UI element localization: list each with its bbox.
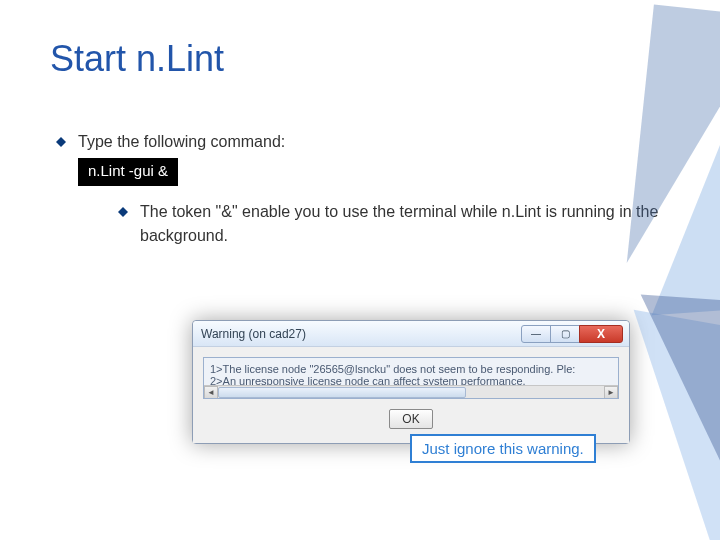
scroll-right-icon[interactable]: ► [604, 386, 618, 398]
scrollbar-thumb[interactable] [218, 387, 466, 398]
dialog-title: Warning (on cad27) [201, 327, 522, 341]
callout-box: Just ignore this warning. [410, 434, 596, 463]
window-buttons: — ▢ X [522, 325, 623, 343]
close-button[interactable]: X [579, 325, 623, 343]
ok-button[interactable]: OK [389, 409, 432, 429]
sub-bullet-text: The token "&" enable you to use the term… [140, 200, 670, 248]
diamond-bullet-icon [56, 132, 66, 142]
command-line: n.Lint -gui & [78, 158, 178, 186]
sub-bullet-item: The token "&" enable you to use the term… [118, 200, 670, 248]
dialog-line-1: 1>The license node "26565@lsncku" does n… [210, 363, 614, 375]
bullet-item: Type the following command: n.Lint -gui … [56, 130, 670, 186]
bullet-main-text: Type the following command: [78, 133, 285, 150]
diamond-bullet-icon [118, 202, 128, 212]
bullet-text-block: Type the following command: n.Lint -gui … [78, 130, 670, 186]
horizontal-scrollbar[interactable]: ◄ ► [204, 385, 618, 398]
dialog-titlebar: Warning (on cad27) — ▢ X [193, 321, 629, 347]
warning-dialog: Warning (on cad27) — ▢ X 1>The license n… [192, 320, 630, 444]
minimize-button[interactable]: — [521, 325, 551, 343]
maximize-button[interactable]: ▢ [550, 325, 580, 343]
scroll-left-icon[interactable]: ◄ [204, 386, 218, 398]
slide-title: Start n.Lint [50, 38, 670, 80]
bullet-list: Type the following command: n.Lint -gui … [56, 130, 670, 248]
dialog-body: 1>The license node "26565@lsncku" does n… [193, 347, 629, 443]
dialog-button-row: OK [203, 409, 619, 435]
dialog-message-box: 1>The license node "26565@lsncku" does n… [203, 357, 619, 399]
